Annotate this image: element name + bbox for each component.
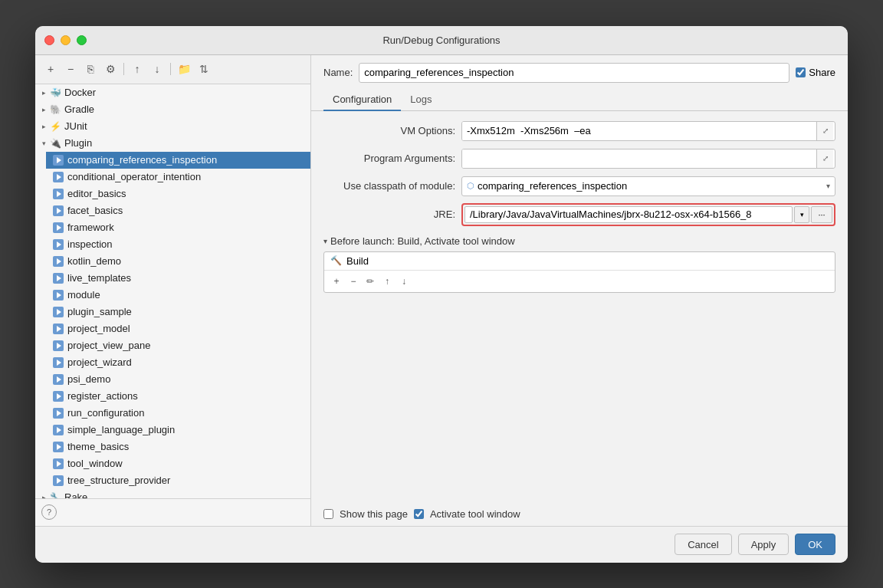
config-item-label-5: framework xyxy=(67,222,114,233)
vm-options-row: VM Options: ⤢ xyxy=(323,120,835,142)
name-input[interactable] xyxy=(359,63,789,83)
minimize-button[interactable] xyxy=(61,35,71,45)
sidebar-item-junit[interactable]: ⚡ JUnit xyxy=(35,118,310,135)
config-item-label: comparing_references_inspection xyxy=(67,154,217,166)
config-item-project-wizard[interactable]: project_wizard xyxy=(46,354,310,371)
before-launch-list: 🔨 Build + − ✏ ↑ ↓ xyxy=(323,251,835,293)
jre-dropdown-button[interactable]: ▾ xyxy=(794,206,809,223)
show-page-label: Show this page xyxy=(340,508,408,520)
ok-button[interactable]: OK xyxy=(795,534,835,555)
config-item-plugin-sample[interactable]: plugin_sample xyxy=(46,304,310,320)
help-button[interactable]: ? xyxy=(41,504,57,520)
config-item-project-view-pane[interactable]: project_view_pane xyxy=(46,337,310,354)
classpath-value: comparing_references_inspection xyxy=(478,180,627,192)
run-config-icon-2 xyxy=(52,171,64,183)
run-config-icon-9 xyxy=(52,289,64,301)
up-button[interactable]: ↑ xyxy=(128,60,146,78)
run-config-icon-20 xyxy=(52,475,64,487)
config-item-theme-basics[interactable]: theme_basics xyxy=(46,439,310,455)
before-launch-up-button[interactable]: ↑ xyxy=(379,274,395,289)
classpath-select[interactable]: ⬡ comparing_references_inspection ▾ xyxy=(461,176,835,196)
config-tree: 🐳 Docker 🐘 Gradle ⚡ JUnit xyxy=(35,84,310,498)
left-toolbar: + − ⎘ ⚙ ↑ ↓ 📁 ⇅ xyxy=(35,55,310,84)
config-item-live-templates[interactable]: live_templates xyxy=(46,270,310,287)
config-item-label-20: tree_structure_provider xyxy=(67,475,170,486)
copy-config-button[interactable]: ⎘ xyxy=(81,60,100,78)
before-launch-header-row: ▾ Before launch: Build, Activate tool wi… xyxy=(323,235,835,247)
classpath-row: Use classpath of module: ⬡ comparing_ref… xyxy=(323,176,835,197)
apply-button[interactable]: Apply xyxy=(738,534,789,555)
config-item-label-11: project_model xyxy=(67,323,130,334)
before-launch-header: Before launch: Build, Activate tool wind… xyxy=(330,235,515,247)
sidebar-item-gradle[interactable]: 🐘 Gradle xyxy=(35,101,310,118)
build-icon: 🔨 xyxy=(330,255,342,266)
config-item-register-actions[interactable]: register_actions xyxy=(46,388,310,405)
program-args-expand-button[interactable]: ⤢ xyxy=(816,149,833,168)
activate-tool-window-label: Activate tool window xyxy=(430,508,520,520)
run-config-icon-17 xyxy=(52,424,64,436)
sidebar-item-plugin[interactable]: 🔌 Plugin xyxy=(35,135,310,152)
name-label: Name: xyxy=(323,67,353,78)
config-item-project-model[interactable]: project_model xyxy=(46,320,310,337)
run-config-icon-15 xyxy=(52,390,64,402)
before-launch-down-button[interactable]: ↓ xyxy=(396,274,412,289)
config-item-psi-demo[interactable]: psi_demo xyxy=(46,371,310,388)
junit-icon: ⚡ xyxy=(49,120,61,133)
config-item-editor-basics[interactable]: editor_basics xyxy=(46,186,310,202)
show-page-checkbox[interactable] xyxy=(323,509,333,519)
plugin-icon: 🔌 xyxy=(49,137,61,149)
config-item-tree-structure-provider[interactable]: tree_structure_provider xyxy=(46,472,310,489)
config-item-facet-basics[interactable]: facet_basics xyxy=(46,202,310,219)
run-config-icon-5 xyxy=(52,222,64,234)
run-config-icon-7 xyxy=(52,255,64,268)
rake-label: Rake xyxy=(64,491,87,498)
program-args-input[interactable] xyxy=(462,149,816,168)
sidebar-item-docker[interactable]: 🐳 Docker xyxy=(35,84,310,101)
run-config-icon-8 xyxy=(52,272,64,284)
config-item-label-13: project_wizard xyxy=(67,356,132,368)
run-config-icon-10 xyxy=(52,306,64,318)
config-item-label-8: live_templates xyxy=(67,272,131,284)
plugin-children: comparing_references_inspection conditio… xyxy=(35,152,310,489)
config-item-framework[interactable]: framework xyxy=(46,219,310,236)
config-item-simple-language-plugin[interactable]: simple_language_plugin xyxy=(46,422,310,439)
gradle-label: Gradle xyxy=(64,103,94,115)
vm-options-input[interactable] xyxy=(462,122,816,140)
down-button[interactable]: ↓ xyxy=(148,60,166,78)
config-item-conditional-operator[interactable]: conditional_operator_intention xyxy=(46,169,310,186)
sort-button[interactable]: ⇅ xyxy=(195,60,213,78)
before-launch-build-item[interactable]: 🔨 Build xyxy=(324,252,835,270)
maximize-button[interactable] xyxy=(77,35,87,45)
config-item-inspection[interactable]: inspection xyxy=(46,236,310,253)
config-item-label-19: tool_window xyxy=(67,458,123,469)
remove-config-button[interactable]: − xyxy=(61,60,80,78)
before-launch-collapse-arrow[interactable]: ▾ xyxy=(323,237,327,245)
config-area: VM Options: ⤢ Program Arguments: ⤢ xyxy=(311,111,848,502)
config-item-run-configuration[interactable]: run_configuration xyxy=(46,405,310,422)
before-launch-edit-button[interactable]: ✏ xyxy=(363,274,378,289)
name-row: Name: Share xyxy=(311,55,848,89)
tab-logs[interactable]: Logs xyxy=(401,89,441,111)
folder-button[interactable]: 📁 xyxy=(175,60,193,78)
config-item-tool-window[interactable]: tool_window xyxy=(46,455,310,472)
share-checkbox[interactable] xyxy=(796,67,806,77)
sidebar-item-rake[interactable]: 🔧 Rake xyxy=(35,489,310,498)
config-item-comparing-references[interactable]: comparing_references_inspection xyxy=(46,152,310,169)
before-launch-toolbar: + − ✏ ↑ ↓ xyxy=(324,270,835,292)
before-launch-add-button[interactable]: + xyxy=(329,274,344,289)
activate-tool-window-checkbox[interactable] xyxy=(414,509,424,519)
config-item-module[interactable]: module xyxy=(46,287,310,304)
tab-configuration[interactable]: Configuration xyxy=(323,89,401,111)
jre-more-button[interactable]: ··· xyxy=(811,206,832,223)
config-item-label-3: editor_basics xyxy=(67,188,126,199)
before-launch-remove-button[interactable]: − xyxy=(346,274,361,289)
gradle-icon: 🐘 xyxy=(49,103,61,116)
jre-value[interactable]: /Library/Java/JavaVirtualMachines/jbrx-8… xyxy=(464,206,793,223)
cancel-button[interactable]: Cancel xyxy=(675,534,731,555)
config-item-kotlin-demo[interactable]: kotlin_demo xyxy=(46,253,310,270)
add-config-button[interactable]: + xyxy=(41,60,60,78)
plugin-label: Plugin xyxy=(64,137,92,149)
settings-config-button[interactable]: ⚙ xyxy=(101,60,120,78)
vm-options-expand-button[interactable]: ⤢ xyxy=(816,122,833,140)
close-button[interactable] xyxy=(44,35,54,45)
